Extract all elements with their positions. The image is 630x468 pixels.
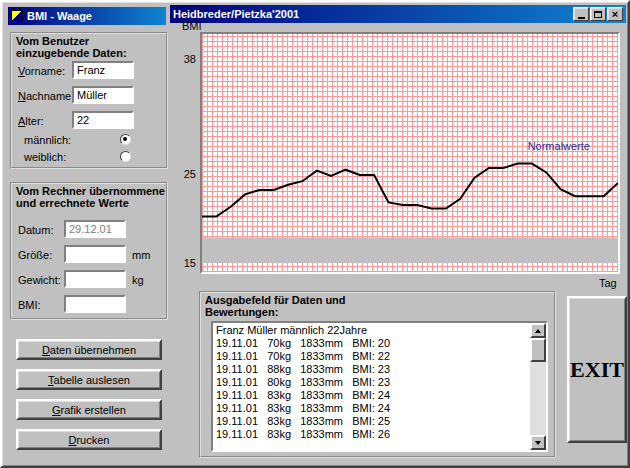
list-item[interactable]: Franz Müller männlich 22Jahre xyxy=(213,324,530,337)
titlebar-chart-window[interactable]: Heidbreder/Pietzka'2001 × xyxy=(170,5,626,23)
chart-plot xyxy=(202,34,618,272)
gewicht-input[interactable] xyxy=(64,270,126,288)
x-axis-label: Tag xyxy=(599,277,617,289)
groesse-unit-label: mm xyxy=(132,249,150,261)
scroll-down-button[interactable] xyxy=(530,435,546,450)
gewicht-label: Gewicht: xyxy=(18,274,61,286)
titlebar-bmi-waage[interactable]: BMI - Waage xyxy=(8,7,166,25)
alter-label: Alter: xyxy=(18,115,44,127)
male-radio[interactable] xyxy=(120,134,131,145)
list-item[interactable]: 19.11.01 88kg 1833mm BMI: 23 xyxy=(213,363,530,376)
tabelle-auslesen-button[interactable]: Tabelle auslesen xyxy=(16,369,162,390)
group-output-title: Ausgabefeld für Daten und Bewertungen: xyxy=(205,294,346,318)
arrow-down-icon xyxy=(535,441,541,445)
datum-label: Datum: xyxy=(18,224,53,236)
app-window: BMI - Waage Heidbreder/Pietzka'2001 × Vo… xyxy=(0,0,630,468)
groesse-input[interactable] xyxy=(64,245,126,263)
window-controls: × xyxy=(572,7,623,21)
bmi-field-label: BMI: xyxy=(18,299,41,311)
list-item[interactable]: 19.11.01 83kg 1833mm BMI: 26 xyxy=(213,428,530,441)
drucken-button[interactable]: Drucken xyxy=(16,429,162,450)
minimize-icon xyxy=(578,17,585,19)
output-listbox[interactable]: Franz Müller männlich 22Jahre 19.11.01 7… xyxy=(211,321,548,452)
group-output: Ausgabefeld für Daten und Bewertungen: F… xyxy=(199,291,556,458)
list-item[interactable]: 19.11.01 80kg 1833mm BMI: 23 xyxy=(213,376,530,389)
normalwerte-label: Normalwerte xyxy=(528,140,590,152)
male-label: männlich: xyxy=(24,134,71,146)
bmi-input[interactable] xyxy=(64,295,126,313)
nachname-input[interactable] xyxy=(72,86,134,104)
y-tick-38: 38 xyxy=(180,53,196,65)
datum-input[interactable] xyxy=(64,220,126,238)
bmi-chart: Normalwerte xyxy=(200,32,620,274)
app-icon xyxy=(11,10,23,22)
list-item[interactable]: 19.11.01 83kg 1833mm BMI: 24 xyxy=(213,389,530,402)
vorname-label: Vorname: xyxy=(18,65,65,77)
y-tick-15: 15 xyxy=(180,257,196,269)
underweight-band xyxy=(202,238,618,264)
daten-uebernehmen-button[interactable]: Daten übernehmen xyxy=(16,339,162,360)
exit-button[interactable]: EXIT xyxy=(567,296,627,443)
scroll-up-button[interactable] xyxy=(530,323,546,338)
grafik-erstellen-button[interactable]: Grafik erstellen xyxy=(16,399,162,420)
female-label: weiblich: xyxy=(24,151,66,163)
list-item[interactable]: 19.11.01 70kg 1833mm BMI: 22 xyxy=(213,350,530,363)
female-radio[interactable] xyxy=(120,151,131,162)
output-listbox-rows: Franz Müller männlich 22Jahre 19.11.01 7… xyxy=(213,324,530,450)
group-computed-values: Vom Rechner übernommene und errechnete W… xyxy=(10,182,168,320)
group-computed-values-title: Vom Rechner übernommene und errechnete W… xyxy=(16,185,165,209)
scrollbar-thumb[interactable] xyxy=(530,338,546,362)
close-button[interactable]: × xyxy=(607,7,623,21)
vorname-input[interactable] xyxy=(72,61,134,79)
group-user-input-title: Vom Benutzer einzugebende Daten: xyxy=(16,35,127,59)
bmi-line xyxy=(202,164,618,217)
minimize-button[interactable] xyxy=(573,7,589,21)
close-icon: × xyxy=(612,9,618,20)
list-item[interactable]: 19.11.01 83kg 1833mm BMI: 25 xyxy=(213,415,530,428)
arrow-up-icon xyxy=(535,329,541,333)
alter-input[interactable] xyxy=(72,111,134,129)
y-tick-25: 25 xyxy=(180,168,196,180)
listbox-scrollbar[interactable] xyxy=(530,323,546,450)
chart-window-title: Heidbreder/Pietzka'2001 xyxy=(173,8,299,20)
maximize-icon xyxy=(594,11,602,18)
gewicht-unit-label: kg xyxy=(132,274,144,286)
maximize-button[interactable] xyxy=(590,7,606,21)
group-user-input: Vom Benutzer einzugebende Daten: Vorname… xyxy=(10,32,168,169)
y-axis-label: BMI xyxy=(182,20,202,32)
groesse-label: Größe: xyxy=(18,249,52,261)
app-title: BMI - Waage xyxy=(27,10,92,22)
list-item[interactable]: 19.11.01 70kg 1833mm BMI: 20 xyxy=(213,337,530,350)
list-item[interactable]: 19.11.01 83kg 1833mm BMI: 24 xyxy=(213,402,530,415)
nachname-label: Nachname: xyxy=(18,90,74,102)
